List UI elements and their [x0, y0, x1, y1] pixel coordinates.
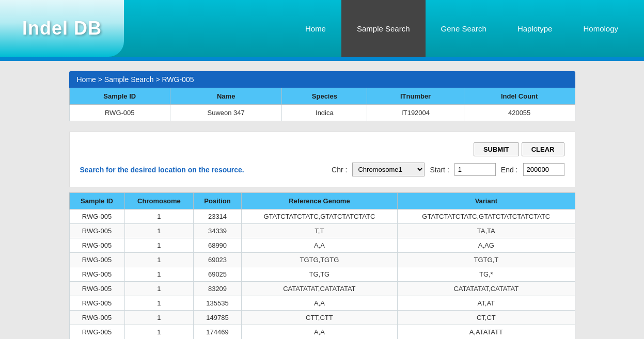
- res-col-position: Position: [194, 193, 241, 209]
- table-cell: CATATATAT,CATATATAT: [241, 282, 397, 296]
- end-label: End :: [501, 166, 518, 174]
- start-label: Start :: [430, 166, 449, 174]
- info-row: RWG-005 Suweon 347 Indica IT192004 42005…: [69, 105, 575, 121]
- table-row: RWG-005134339T,TTA,TA: [69, 224, 575, 238]
- nav-homology[interactable]: Homology: [568, 0, 634, 57]
- table-cell: 1: [124, 311, 194, 325]
- col-sample-id: Sample ID: [69, 88, 170, 105]
- res-col-chromosome: Chromosome: [124, 193, 194, 209]
- table-cell: A,A: [241, 238, 397, 253]
- res-col-ref-genome: Reference Genome: [241, 193, 397, 209]
- table-cell: 69023: [194, 253, 241, 267]
- table-cell: 174469: [194, 325, 241, 340]
- search-inputs: Chr : Chromosome1 Chromosome2 Chromosome…: [332, 163, 564, 176]
- search-row: Search for the desired location on the r…: [80, 163, 564, 176]
- table-cell: RWG-005: [69, 296, 124, 311]
- table-cell: TGTG,T: [398, 253, 575, 267]
- col-name: Name: [170, 88, 281, 105]
- nav-sample-search[interactable]: Sample Search: [341, 0, 426, 57]
- table-cell: TA,TA: [398, 224, 575, 238]
- table-cell: 149785: [194, 311, 241, 325]
- table-cell: 1: [124, 267, 194, 282]
- table-cell: RWG-005: [69, 224, 124, 238]
- logo-area: Indel DB: [0, 0, 124, 57]
- table-cell: TG,*: [398, 267, 575, 282]
- table-row: RWG-005183209CATATATAT,CATATATATCATATATA…: [69, 282, 575, 296]
- table-cell: 23314: [194, 209, 241, 224]
- table-cell: TGTG,TGTG: [241, 253, 397, 267]
- info-itnumber: IT192004: [367, 105, 464, 121]
- table-cell: 83209: [194, 282, 241, 296]
- submit-button[interactable]: SUBMIT: [474, 142, 519, 156]
- info-species: Indica: [282, 105, 367, 121]
- table-cell: 34339: [194, 224, 241, 238]
- table-cell: A,A: [241, 325, 397, 340]
- table-cell: TG,TG: [241, 267, 397, 282]
- info-name: Suweon 347: [170, 105, 281, 121]
- table-cell: AT,AT: [398, 296, 575, 311]
- nav-gene-search[interactable]: Gene Search: [426, 0, 502, 57]
- info-sample-id: RWG-005: [69, 105, 170, 121]
- table-cell: 1: [124, 296, 194, 311]
- table-cell: RWG-005: [69, 325, 124, 340]
- info-table: Sample ID Name Species ITnumber Indel Co…: [69, 88, 575, 121]
- clear-button[interactable]: CLEAR: [522, 142, 564, 156]
- table-row: RWG-005169023TGTG,TGTGTGTG,T: [69, 253, 575, 267]
- nav-haplotype[interactable]: Haplotype: [502, 0, 568, 57]
- table-row: RWG-005168990A,AA,AG: [69, 238, 575, 253]
- chr-label: Chr :: [332, 166, 347, 174]
- table-cell: 1: [124, 209, 194, 224]
- chr-select[interactable]: Chromosome1 Chromosome2 Chromosome3 Chro…: [352, 163, 425, 176]
- results-header-row: Sample ID Chromosome Position Reference …: [69, 193, 575, 209]
- table-cell: A,A: [241, 296, 397, 311]
- table-cell: 1: [124, 238, 194, 253]
- table-cell: 1: [124, 224, 194, 238]
- table-cell: 69025: [194, 267, 241, 282]
- table-cell: CATATATAT,CATATAT: [398, 282, 575, 296]
- table-row: RWG-005123314GTATCTATCTATC,GTATCTATCTATC…: [69, 209, 575, 224]
- breadcrumb: Home > Sample Search > RWG-005: [69, 71, 575, 88]
- table-row: RWG-0051174469A,AA,ATATATT: [69, 325, 575, 340]
- col-itnumber: ITnumber: [367, 88, 464, 105]
- table-cell: RWG-005: [69, 253, 124, 267]
- table-cell: 1: [124, 253, 194, 267]
- end-input[interactable]: [523, 163, 564, 176]
- res-col-variant: Variant: [398, 193, 575, 209]
- info-indel-count: 420055: [464, 105, 575, 121]
- logo-text: Indel DB: [22, 18, 102, 39]
- main-content: Home > Sample Search > RWG-005 Sample ID…: [64, 71, 580, 339]
- table-row: RWG-0051149785CTT,CTTCT,CT: [69, 311, 575, 325]
- table-row: RWG-0051135535A,AAT,AT: [69, 296, 575, 311]
- table-cell: CTT,CTT: [241, 311, 397, 325]
- start-input[interactable]: [454, 163, 496, 176]
- table-cell: GTATCTATCTATC,GTATCTATCTATCTATC: [398, 209, 575, 224]
- accent-bar: [0, 57, 644, 61]
- table-cell: RWG-005: [69, 311, 124, 325]
- table-cell: 68990: [194, 238, 241, 253]
- nav-home[interactable]: Home: [290, 0, 341, 57]
- search-panel: SUBMIT CLEAR Search for the desired loca…: [69, 132, 575, 187]
- table-cell: GTATCTATCTATC,GTATCTATCTATC: [241, 209, 397, 224]
- table-cell: RWG-005: [69, 267, 124, 282]
- table-cell: CT,CT: [398, 311, 575, 325]
- table-cell: RWG-005: [69, 282, 124, 296]
- table-cell: A,ATATATT: [398, 325, 575, 340]
- button-group: SUBMIT CLEAR: [80, 142, 564, 156]
- results-table: Sample ID Chromosome Position Reference …: [69, 192, 575, 339]
- table-cell: T,T: [241, 224, 397, 238]
- table-cell: A,AG: [398, 238, 575, 253]
- table-row: RWG-005169025TG,TGTG,*: [69, 267, 575, 282]
- search-description: Search for the desired location on the r…: [80, 166, 244, 174]
- nav-area: Home Sample Search Gene Search Haplotype…: [124, 0, 644, 57]
- table-cell: RWG-005: [69, 238, 124, 253]
- table-cell: 1: [124, 325, 194, 340]
- res-col-sample-id: Sample ID: [69, 193, 124, 209]
- col-indel-count: Indel Count: [464, 88, 575, 105]
- header: Indel DB Home Sample Search Gene Search …: [0, 0, 644, 57]
- table-cell: 1: [124, 282, 194, 296]
- table-cell: 135535: [194, 296, 241, 311]
- col-species: Species: [282, 88, 367, 105]
- table-cell: RWG-005: [69, 209, 124, 224]
